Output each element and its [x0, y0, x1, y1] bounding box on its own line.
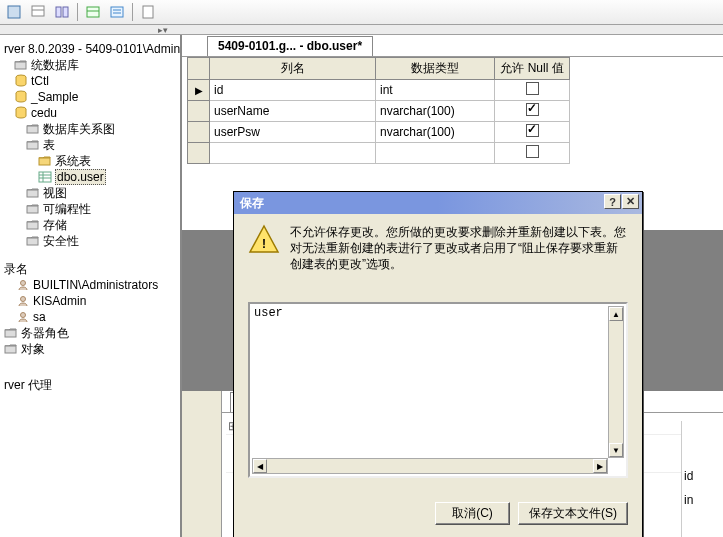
toolbar-btn-4[interactable]	[82, 2, 104, 22]
server-node[interactable]: rver 8.0.2039 - 5409-0101\Admin	[2, 41, 180, 57]
table-row[interactable]: userPswnvarchar(100)	[188, 122, 570, 143]
tree-item[interactable]: dbo.user	[2, 169, 180, 185]
tree-item[interactable]: 视图	[2, 185, 180, 201]
object-explorer: rver 8.0.2039 - 5409-0101\Admin 统数据库tCtl…	[0, 35, 182, 537]
table-row[interactable]	[188, 143, 570, 164]
login-item[interactable]: BUILTIN\Administrators	[2, 277, 180, 293]
svg-rect-16	[27, 142, 38, 149]
dropdown-arrows-icon[interactable]: ▸▾	[158, 25, 168, 35]
row-selector[interactable]	[188, 101, 210, 122]
row-selector[interactable]	[188, 143, 210, 164]
cell-column-name[interactable]: id	[210, 80, 376, 101]
header-column-name: 列名	[210, 58, 376, 80]
folder-yellow-icon	[38, 154, 52, 168]
tree-item[interactable]: cedu	[2, 105, 180, 121]
svg-rect-18	[39, 172, 51, 182]
header-data-type: 数据类型	[376, 58, 495, 80]
scroll-down-icon[interactable]: ▼	[609, 443, 623, 457]
agent-node[interactable]: rver 代理	[2, 377, 180, 393]
svg-rect-1	[32, 6, 44, 16]
scrollbar-horizontal[interactable]: ◀ ▶	[252, 458, 608, 474]
save-dialog: 保存 ? ✕ ! 不允许保存更改。您所做的更改要求删除并重新创建以下表。您对无法…	[233, 191, 643, 537]
list-item[interactable]: user	[250, 304, 626, 322]
svg-rect-23	[27, 206, 38, 213]
toolbar-btn-6[interactable]	[137, 2, 159, 22]
checkbox[interactable]	[526, 103, 539, 116]
svg-rect-30	[5, 346, 16, 353]
save-text-file-button[interactable]: 保存文本文件(S)	[518, 502, 628, 525]
checkbox[interactable]	[526, 82, 539, 95]
row-selector[interactable]: ▶	[188, 80, 210, 101]
tree-item[interactable]: 统数据库	[2, 57, 180, 73]
main-toolbar	[0, 0, 723, 25]
table-row[interactable]: userNamenvarchar(100)	[188, 101, 570, 122]
dialog-message: 不允许保存更改。您所做的更改要求删除并重新创建以下表。您对无法重新创建的表进行了…	[290, 224, 628, 272]
table-row[interactable]: ▶idint	[188, 80, 570, 101]
folder-icon	[14, 58, 28, 72]
checkbox[interactable]	[526, 124, 539, 137]
svg-rect-4	[63, 7, 68, 17]
tree-item[interactable]: tCtl	[2, 73, 180, 89]
help-button[interactable]: ?	[604, 194, 621, 209]
cell-data-type[interactable]	[376, 143, 495, 164]
tree-item[interactable]: _Sample	[2, 89, 180, 105]
toolbar-btn-3[interactable]	[51, 2, 73, 22]
logins-header[interactable]: 录名	[2, 261, 180, 277]
scroll-up-icon[interactable]: ▲	[609, 307, 623, 321]
cell-data-type[interactable]: nvarchar(100)	[376, 101, 495, 122]
prop-side-values: id in 否 是	[681, 421, 723, 537]
cell-allow-null[interactable]	[495, 143, 570, 164]
svg-point-27	[21, 297, 26, 302]
svg-rect-24	[27, 222, 38, 229]
tree-item[interactable]: 可编程性	[2, 201, 180, 217]
affected-tables-list[interactable]: user ▲ ▼ ◀ ▶	[248, 302, 628, 478]
folder-icon	[26, 122, 40, 136]
cell-allow-null[interactable]	[495, 122, 570, 143]
document-tabs: 5409-0101.g... - dbo.user*	[182, 35, 723, 57]
folder-icon	[26, 234, 40, 248]
warning-icon: !	[248, 224, 280, 256]
cell-allow-null[interactable]	[495, 101, 570, 122]
cell-column-name[interactable]: userPsw	[210, 122, 376, 143]
db-icon	[14, 74, 28, 88]
tree-item[interactable]: 表	[2, 137, 180, 153]
svg-rect-10	[143, 6, 153, 18]
tree-item[interactable]: 数据库关系图	[2, 121, 180, 137]
svg-rect-5	[87, 7, 99, 17]
svg-rect-11	[15, 62, 26, 69]
toolbar-btn-5[interactable]	[106, 2, 128, 22]
folder-icon	[26, 138, 40, 152]
cell-allow-null[interactable]	[495, 80, 570, 101]
tree-item[interactable]: 系统表	[2, 153, 180, 169]
login-item[interactable]: sa	[2, 309, 180, 325]
close-button[interactable]: ✕	[622, 194, 639, 209]
tree-item[interactable]: 务器角色	[2, 325, 180, 341]
dialog-titlebar[interactable]: 保存 ? ✕	[234, 192, 642, 214]
user-icon	[16, 294, 30, 308]
tree-item[interactable]: 安全性	[2, 233, 180, 249]
login-item[interactable]: KISAdmin	[2, 293, 180, 309]
cancel-button[interactable]: 取消(C)	[435, 502, 510, 525]
toolbar-btn-1[interactable]	[3, 2, 25, 22]
tree-item[interactable]: 存储	[2, 217, 180, 233]
scroll-right-icon[interactable]: ▶	[593, 459, 607, 473]
side-val-1: id	[684, 469, 721, 483]
cell-column-name[interactable]	[210, 143, 376, 164]
user-icon	[16, 310, 30, 324]
scroll-left-icon[interactable]: ◀	[253, 459, 267, 473]
column-grid[interactable]: 列名 数据类型 允许 Null 值 ▶idintuserNamenvarchar…	[187, 57, 570, 164]
cell-column-name[interactable]: userName	[210, 101, 376, 122]
svg-rect-22	[27, 190, 38, 197]
tab-dbo-user[interactable]: 5409-0101.g... - dbo.user*	[207, 36, 373, 56]
dialog-title: 保存	[238, 195, 264, 212]
row-selector[interactable]	[188, 122, 210, 143]
scrollbar-vertical[interactable]: ▲ ▼	[608, 306, 624, 458]
tree-item[interactable]: 对象	[2, 341, 180, 357]
header-allow-null: 允许 Null 值	[495, 58, 570, 80]
folder-icon	[26, 186, 40, 200]
cell-data-type[interactable]: int	[376, 80, 495, 101]
toolbar-btn-2[interactable]	[27, 2, 49, 22]
cell-data-type[interactable]: nvarchar(100)	[376, 122, 495, 143]
checkbox[interactable]	[526, 145, 539, 158]
svg-rect-17	[39, 158, 50, 165]
